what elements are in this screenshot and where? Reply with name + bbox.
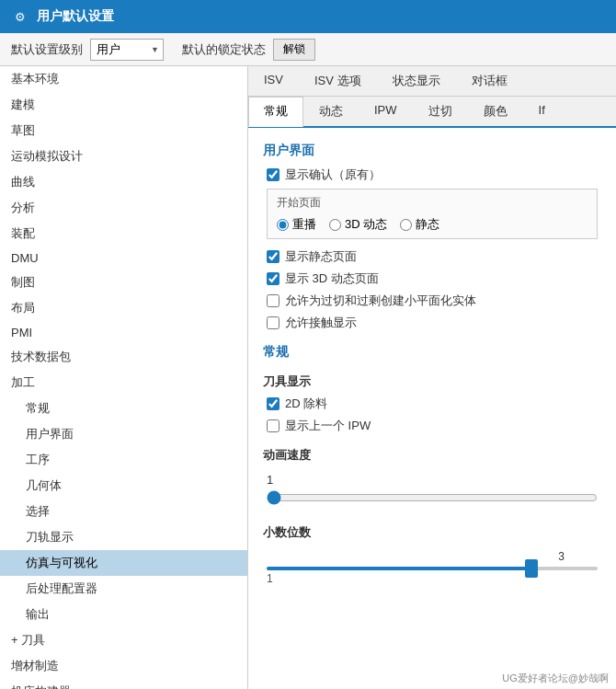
sidebar-item-drawing[interactable]: 制图: [0, 270, 247, 295]
level-select[interactable]: 用户 系统 站点: [90, 39, 164, 61]
sidebar-item-machining-general[interactable]: 常规: [0, 396, 247, 421]
tab-dynamic[interactable]: 动态: [303, 97, 359, 126]
tab-dialog[interactable]: 对话框: [456, 66, 523, 96]
sidebar: 基本环境 建模 草图 运动模拟设计 曲线 分析 装配 DMU 制图 布局 PMI…: [0, 66, 248, 689]
start-page-title: 开始页面: [277, 195, 587, 211]
show-3d-dynamic-checkbox[interactable]: [267, 272, 279, 285]
sidebar-item-techdata[interactable]: 技术数据包: [0, 344, 247, 370]
content-area: ISV ISV 选项 状态显示 对话框 常规 动态 IPW 过切 颜色 If 用…: [248, 66, 616, 689]
window-title: 用户默认设置: [37, 8, 114, 25]
show-confirm-checkbox[interactable]: [267, 168, 279, 181]
radio-replay[interactable]: 重播: [277, 216, 316, 233]
allow-touch-label: 允许接触显示: [285, 315, 357, 331]
sidebar-item-basic[interactable]: 基本环境: [0, 66, 247, 92]
show-last-ipw-row: 显示上一个 IPW: [263, 418, 601, 434]
decimal-places-above-value: 3: [267, 550, 598, 563]
general-section-header: 常规: [263, 344, 601, 361]
slider-fill: [267, 567, 531, 570]
slider-labels: 1: [267, 572, 598, 585]
tab-overcut[interactable]: 过切: [413, 97, 468, 126]
radio-3d-input[interactable]: [329, 219, 341, 231]
title-bar: ⚙ 用户默认设置: [0, 0, 616, 33]
sidebar-item-machining-sim[interactable]: 仿真与可视化: [0, 550, 247, 576]
main-layout: 基本环境 建模 草图 运动模拟设计 曲线 分析 装配 DMU 制图 布局 PMI…: [0, 66, 616, 689]
sidebar-item-tools[interactable]: + 刀具: [0, 627, 247, 653]
sidebar-item-machinebuilder[interactable]: 机床构建器: [0, 679, 247, 689]
slider-min-label: 1: [267, 572, 273, 585]
sidebar-item-assembly[interactable]: 装配: [0, 221, 247, 247]
sidebar-item-machining-select[interactable]: 选择: [0, 499, 247, 524]
show-static-page-row: 显示静态页面: [263, 248, 601, 265]
toolbar: 默认设置级别 用户 系统 站点 默认的锁定状态 解锁: [0, 33, 616, 66]
sidebar-item-addmfg[interactable]: 增材制造: [0, 653, 247, 679]
show-2d-removed-row: 2D 除料: [263, 396, 601, 412]
sidebar-item-machining-output[interactable]: 输出: [0, 602, 247, 627]
sidebar-item-machining-postproc[interactable]: 后处理配置器: [0, 576, 247, 602]
settings-icon: ⚙: [11, 7, 29, 26]
tab-isvoptions[interactable]: ISV 选项: [299, 66, 377, 96]
show-3d-dynamic-row: 显示 3D 动态页面: [263, 270, 601, 287]
tab-statusdisplay[interactable]: 状态显示: [377, 66, 456, 96]
tab-if[interactable]: If: [523, 97, 561, 126]
radio-3d[interactable]: 3D 动态: [329, 216, 387, 233]
show-confirm-row: 显示确认（原有）: [263, 167, 601, 183]
sidebar-item-machining-toolpath[interactable]: 刀轨显示: [0, 524, 247, 550]
radio-replay-input[interactable]: [277, 219, 289, 231]
sidebar-item-curve[interactable]: 曲线: [0, 169, 247, 195]
panel-content: 用户界面 显示确认（原有） 开始页面 重播 3D 动态: [248, 128, 616, 689]
show-confirm-label: 显示确认（原有）: [285, 167, 381, 183]
tab-isv[interactable]: ISV: [248, 66, 299, 96]
watermark: UG爱好者论坛@妙哉啊: [502, 672, 609, 685]
allow-touch-row: 允许接触显示: [263, 315, 601, 331]
sidebar-item-pmi[interactable]: PMI: [0, 321, 247, 344]
decimal-places-slider-area: 3 1: [263, 546, 601, 592]
animation-speed-value: 1: [267, 473, 598, 487]
animation-speed-label: 动画速度: [263, 447, 601, 464]
start-page-radio-row: 重播 3D 动态 静态: [277, 216, 587, 233]
tab-color[interactable]: 颜色: [468, 97, 523, 126]
show-2d-removed-checkbox[interactable]: [267, 397, 279, 410]
show-static-page-label: 显示静态页面: [285, 248, 357, 265]
radio-3d-label: 3D 动态: [345, 216, 387, 233]
radio-replay-label: 重播: [292, 216, 316, 233]
show-last-ipw-checkbox[interactable]: [267, 419, 279, 432]
show-static-page-checkbox[interactable]: [267, 250, 279, 263]
sidebar-item-draft[interactable]: 草图: [0, 118, 247, 144]
tool-display-sub: 刀具显示: [263, 373, 601, 390]
sidebar-item-layout[interactable]: 布局: [0, 295, 247, 321]
level-label: 默认设置级别: [11, 41, 83, 58]
tab-general[interactable]: 常规: [248, 97, 303, 127]
decimal-places-label: 小数位数: [263, 524, 601, 541]
tab-row-1: ISV ISV 选项 状态显示 对话框: [248, 66, 616, 97]
sidebar-item-machining-geometry[interactable]: 几何体: [0, 473, 247, 499]
animation-speed-slider[interactable]: [267, 490, 598, 505]
slider-thumb[interactable]: [525, 559, 538, 578]
sidebar-item-machining[interactable]: 加工: [0, 370, 247, 396]
allow-touch-checkbox[interactable]: [267, 316, 279, 329]
sidebar-item-motion[interactable]: 运动模拟设计: [0, 144, 247, 169]
show-2d-removed-label: 2D 除料: [285, 396, 327, 412]
animation-speed-slider-area: 1: [263, 469, 601, 511]
decimal-slider-container: 1: [267, 567, 598, 585]
allow-overcut-checkbox[interactable]: [267, 294, 279, 307]
unlock-button[interactable]: 解锁: [273, 39, 315, 61]
sidebar-item-machining-process[interactable]: 工序: [0, 447, 247, 473]
sidebar-item-analysis[interactable]: 分析: [0, 195, 247, 221]
show-last-ipw-label: 显示上一个 IPW: [285, 418, 371, 434]
slider-track: [267, 567, 598, 570]
start-page-group: 开始页面 重播 3D 动态 静态: [267, 189, 598, 239]
radio-static[interactable]: 静态: [400, 216, 439, 233]
tab-row-2: 常规 动态 IPW 过切 颜色 If: [248, 97, 616, 128]
show-3d-dynamic-label: 显示 3D 动态页面: [285, 270, 379, 287]
radio-static-label: 静态: [416, 216, 439, 233]
user-interface-section-header: 用户界面: [263, 143, 601, 159]
sidebar-item-build[interactable]: 建模: [0, 92, 247, 118]
allow-overcut-row: 允许为过切和过剩创建小平面化实体: [263, 293, 601, 309]
tab-ipw[interactable]: IPW: [359, 97, 413, 126]
sidebar-item-dmu[interactable]: DMU: [0, 247, 247, 270]
lock-label: 默认的锁定状态: [182, 41, 266, 58]
sidebar-item-machining-ui[interactable]: 用户界面: [0, 421, 247, 447]
allow-overcut-label: 允许为过切和过剩创建小平面化实体: [285, 293, 476, 309]
level-select-wrapper[interactable]: 用户 系统 站点: [90, 39, 164, 61]
radio-static-input[interactable]: [400, 219, 412, 231]
